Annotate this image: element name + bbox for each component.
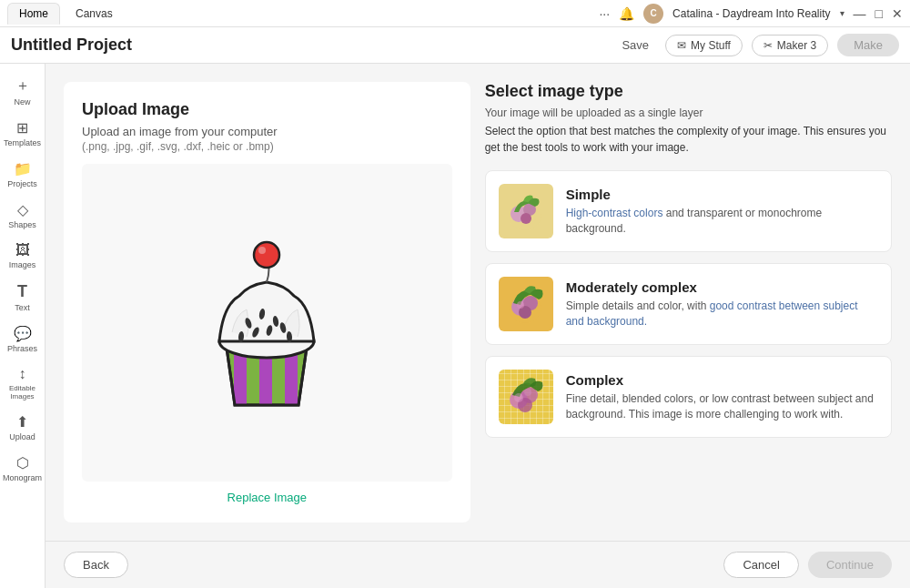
text-icon: T	[17, 282, 27, 301]
minimize-button[interactable]: —	[854, 6, 866, 21]
tab-home[interactable]: Home	[7, 3, 60, 25]
upload-panel: Upload Image Upload an image from your c…	[64, 82, 470, 522]
svg-point-22	[517, 301, 524, 309]
maker-button[interactable]: ✂ Maker 3	[752, 35, 828, 56]
continue-button: Continue	[808, 552, 892, 578]
select-type-subtitle: Your image will be uploaded as a single …	[485, 106, 892, 119]
sidebar-label-phrases: Phrases	[7, 344, 37, 353]
templates-icon: ⊞	[16, 119, 28, 137]
type-desc-simple: High-contrast colors and transparent or …	[566, 206, 878, 237]
type-option-simple[interactable]: Simple High-contrast colors and transpar…	[485, 170, 892, 252]
moderate-desc-highlight: good contrast between subject and backgr…	[566, 299, 858, 328]
content-panels: Upload Image Upload an image from your c…	[46, 64, 910, 541]
sidebar-label-projects: Projects	[7, 179, 37, 188]
complex-thumb-svg	[500, 372, 551, 422]
sidebar-label-images: Images	[9, 260, 36, 269]
avatar: C	[643, 4, 663, 24]
sidebar: ＋ New ⊞ Templates 📁 Projects ◇ Shapes 🖼 …	[0, 64, 46, 588]
more-options-icon[interactable]: ···	[599, 6, 610, 21]
type-thumb-moderate	[499, 277, 553, 331]
upload-subtitle: Upload an image from your computer	[82, 125, 452, 138]
sidebar-label-shapes: Shapes	[8, 220, 36, 229]
projects-icon: 📁	[14, 160, 32, 177]
sidebar-item-phrases[interactable]: 💬 Phrases	[1, 319, 45, 359]
title-bar: Untitled Project Save ✉ My Stuff ✂ Maker…	[0, 27, 910, 64]
bell-icon[interactable]: 🔔	[619, 6, 634, 21]
simple-desc-highlight: High-contrast colors	[566, 207, 663, 219]
envelope-icon: ✉	[677, 39, 686, 52]
chevron-down-icon[interactable]: ▾	[840, 8, 844, 18]
type-name-simple: Simple	[566, 187, 878, 202]
sidebar-item-projects[interactable]: 📁 Projects	[1, 155, 45, 194]
phrases-icon: 💬	[14, 325, 32, 342]
sidebar-item-editable-images[interactable]: ↕ Editable Images	[1, 360, 45, 406]
restore-button[interactable]: □	[875, 6, 883, 21]
images-icon: 🖼	[15, 242, 30, 259]
svg-point-26	[514, 393, 523, 402]
sidebar-label-editable-images: Editable Images	[5, 384, 41, 400]
sidebar-label-templates: Templates	[4, 138, 41, 147]
bottom-right-actions: Cancel Continue	[723, 552, 892, 578]
sidebar-label-monogram: Monogram	[3, 473, 42, 482]
svg-point-12	[254, 242, 279, 268]
sidebar-item-shapes[interactable]: ◇ Shapes	[1, 196, 45, 235]
select-type-title: Select image type	[485, 82, 892, 101]
new-icon: ＋	[15, 76, 30, 96]
close-button[interactable]: ✕	[892, 6, 903, 21]
sidebar-item-monogram[interactable]: ⬡ Monogram	[1, 449, 45, 488]
sidebar-item-text[interactable]: T Text	[1, 277, 45, 318]
type-info-simple: Simple High-contrast colors and transpar…	[566, 187, 878, 237]
my-stuff-button[interactable]: ✉ My Stuff	[665, 35, 743, 56]
upload-icon: ⬆	[16, 413, 28, 431]
content-area: Upload Image Upload an image from your c…	[46, 64, 910, 588]
sidebar-label-new: New	[14, 97, 30, 106]
editable-images-icon: ↕	[19, 366, 26, 382]
upload-formats: (.png, .jpg, .gif, .svg, .dxf, .heic or …	[82, 140, 452, 153]
tab-canvas[interactable]: Canvas	[64, 3, 125, 25]
save-button[interactable]: Save	[614, 35, 656, 56]
select-type-description: Select the option that best matches the …	[485, 123, 892, 156]
type-name-complex: Complex	[566, 372, 878, 388]
cupcake-image	[185, 223, 349, 423]
type-option-moderate[interactable]: Moderately complex Simple details and co…	[485, 263, 892, 345]
sidebar-item-upload[interactable]: ⬆ Upload	[1, 408, 45, 447]
svg-point-17	[521, 213, 531, 224]
moderate-thumb-svg	[500, 279, 551, 329]
type-name-moderate: Moderately complex	[566, 279, 878, 295]
replace-image-link[interactable]: Replace Image	[82, 491, 452, 504]
svg-point-27	[524, 389, 531, 396]
back-button[interactable]: Back	[64, 552, 128, 578]
shapes-icon: ◇	[17, 201, 28, 218]
maker-icon: ✂	[763, 39, 773, 52]
single-layer-text: single layer	[648, 106, 703, 119]
type-thumb-complex	[499, 370, 553, 424]
type-desc-complex: Fine detail, blended colors, or low cont…	[566, 391, 878, 422]
image-preview-area	[82, 164, 452, 482]
main-layout: ＋ New ⊞ Templates 📁 Projects ◇ Shapes 🖼 …	[0, 64, 910, 588]
make-button: Make	[837, 34, 899, 56]
title-bar-actions: Save ✉ My Stuff ✂ Maker 3 Make	[614, 34, 899, 56]
simple-thumb-svg	[500, 187, 551, 237]
select-type-panel: Select image type Your image will be upl…	[485, 82, 892, 522]
sidebar-label-text: Text	[15, 303, 30, 312]
svg-point-13	[258, 247, 266, 254]
type-desc-moderate: Simple details and color, with good cont…	[566, 299, 878, 329]
type-option-complex[interactable]: Complex Fine detail, blended colors, or …	[485, 356, 892, 438]
user-name: Catalina - Daydream Into Reality	[672, 7, 830, 20]
top-bar: Home Canvas ··· 🔔 C Catalina - Daydream …	[0, 0, 910, 27]
sidebar-item-new[interactable]: ＋ New	[1, 71, 45, 112]
sidebar-item-templates[interactable]: ⊞ Templates	[1, 114, 45, 153]
sidebar-label-upload: Upload	[9, 432, 35, 441]
sidebar-item-images[interactable]: 🖼 Images	[1, 237, 45, 275]
monogram-icon: ⬡	[16, 454, 29, 471]
top-bar-right: ··· 🔔 C Catalina - Daydream Into Reality…	[599, 4, 903, 24]
project-title: Untitled Project	[11, 35, 132, 55]
type-info-moderate: Moderately complex Simple details and co…	[566, 279, 878, 329]
bottom-bar: Back Cancel Continue	[46, 541, 910, 588]
type-thumb-simple	[499, 184, 553, 238]
upload-title: Upload Image	[82, 100, 452, 119]
type-info-complex: Complex Fine detail, blended colors, or …	[566, 372, 878, 422]
cancel-button[interactable]: Cancel	[723, 552, 798, 578]
